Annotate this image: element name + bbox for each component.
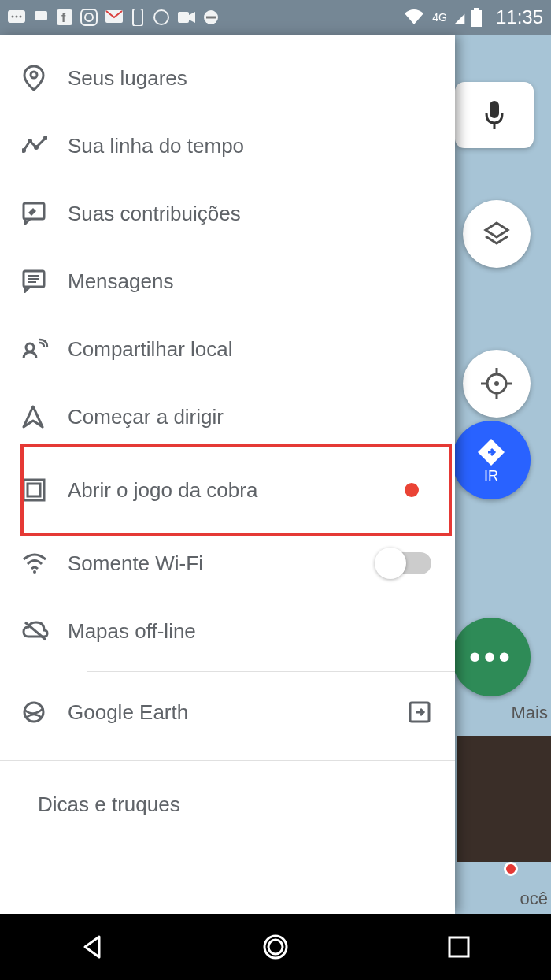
status-system: 4G ◢ 11:35	[404, 6, 543, 28]
svg-rect-10	[133, 9, 142, 26]
nav-item-your-places[interactable]: Seus lugares	[0, 44, 455, 112]
more-button[interactable]: •••	[452, 618, 531, 696]
battery-icon	[471, 8, 483, 27]
nav-label: Abrir o jogo da cobra	[68, 478, 257, 503]
edit-review-icon	[22, 202, 68, 225]
navigation-drawer: Seus lugares Sua linha do tempo Suas con…	[0, 35, 455, 914]
phone-icon	[131, 9, 145, 26]
network-label: 4G	[432, 11, 447, 24]
svg-point-44	[268, 940, 283, 954]
svg-point-28	[28, 139, 32, 143]
external-link-icon	[408, 700, 431, 724]
svg-rect-45	[449, 937, 468, 956]
whatsapp-icon	[153, 9, 170, 26]
svg-point-36	[26, 343, 34, 351]
instagram-icon	[80, 9, 98, 26]
nav-item-snake-game[interactable]: Abrir o jogo da cobra	[0, 451, 455, 529]
messages-icon	[22, 269, 68, 293]
go-label: IR	[484, 468, 498, 484]
svg-point-29	[34, 145, 39, 150]
dnd-icon	[203, 9, 219, 25]
divider	[87, 671, 455, 672]
section-tips-title[interactable]: Dicas e truques	[0, 775, 455, 817]
home-button[interactable]	[257, 929, 294, 965]
cloud-off-icon	[22, 621, 68, 641]
svg-point-26	[31, 72, 37, 78]
recents-button[interactable]	[441, 929, 477, 965]
navigation-arrow-icon	[22, 405, 68, 429]
back-button[interactable]	[74, 929, 110, 965]
nav-item-start-driving[interactable]: Começar a dirigir	[0, 383, 455, 451]
svg-point-2	[16, 16, 18, 18]
nav-item-contributions[interactable]: Suas contribuições	[0, 180, 455, 247]
chat-icon	[33, 9, 49, 25]
svg-rect-4	[35, 11, 47, 20]
pin-icon	[22, 65, 68, 91]
video-icon	[178, 10, 195, 24]
gmail-icon	[105, 10, 123, 24]
nav-item-timeline[interactable]: Sua linha do tempo	[0, 112, 455, 180]
clock: 11:35	[496, 6, 543, 28]
more-label: Mais	[512, 703, 548, 723]
nav-item-messages[interactable]: Mensagens	[0, 247, 455, 315]
nav-label: Google Earth	[68, 700, 188, 725]
svg-point-20	[494, 381, 499, 386]
locate-button[interactable]	[463, 350, 531, 418]
svg-point-11	[154, 10, 168, 24]
wifi-icon	[404, 9, 424, 26]
directions-icon	[475, 436, 507, 468]
svg-rect-17	[490, 101, 499, 118]
nav-item-offline-maps[interactable]: Mapas off-line	[0, 597, 455, 665]
nav-item-google-earth[interactable]: Google Earth	[0, 678, 455, 746]
voice-search-button[interactable]	[455, 82, 534, 148]
divider	[0, 760, 455, 761]
facebook-icon: f	[57, 9, 72, 25]
svg-rect-16	[474, 8, 479, 10]
svg-text:f: f	[61, 11, 66, 24]
svg-point-1	[12, 16, 14, 18]
nav-label: Começar a dirigir	[68, 405, 224, 429]
home-icon	[260, 931, 291, 963]
globe-icon	[22, 700, 68, 724]
svg-point-3	[20, 16, 22, 18]
back-icon	[79, 934, 105, 960]
svg-point-39	[33, 570, 36, 574]
notification-dot-icon	[405, 483, 419, 497]
chip-voce: ocê	[520, 889, 548, 909]
screen: f 4G ◢ 11:35 IR	[0, 0, 551, 980]
layers-icon	[481, 218, 512, 250]
wifi-icon	[22, 553, 68, 574]
svg-rect-12	[178, 12, 189, 23]
status-notifications: f	[8, 9, 219, 26]
nav-label: Mapas off-line	[68, 619, 196, 644]
sms-icon	[8, 10, 25, 24]
svg-point-8	[85, 13, 93, 21]
nav-label: Mensagens	[68, 269, 173, 294]
svg-rect-15	[471, 10, 482, 27]
nav-label: Sua linha do tempo	[68, 134, 244, 158]
android-navbar	[0, 914, 551, 980]
directions-button[interactable]: IR	[452, 421, 531, 499]
share-location-icon	[22, 338, 68, 360]
recents-icon	[447, 935, 471, 959]
nav-label: Compartilhar local	[68, 337, 233, 362]
wifi-only-toggle[interactable]	[376, 552, 431, 574]
nav-label: Somente Wi-Fi	[68, 551, 203, 576]
timeline-icon	[22, 136, 68, 155]
nav-item-wifi-only[interactable]: Somente Wi-Fi	[0, 529, 455, 597]
nav-label: Seus lugares	[68, 66, 187, 91]
svg-rect-38	[28, 484, 40, 496]
snake-game-icon	[22, 478, 68, 502]
svg-rect-7	[81, 9, 97, 25]
microphone-icon	[483, 99, 505, 131]
nav-item-share-location[interactable]: Compartilhar local	[0, 315, 455, 383]
nav-label: Suas contribuições	[68, 202, 241, 226]
layers-button[interactable]	[463, 200, 531, 268]
crosshair-icon	[479, 366, 514, 401]
signal-icon: ◢	[455, 10, 463, 25]
svg-rect-14	[206, 17, 216, 19]
status-bar: f 4G ◢ 11:35	[0, 0, 551, 35]
